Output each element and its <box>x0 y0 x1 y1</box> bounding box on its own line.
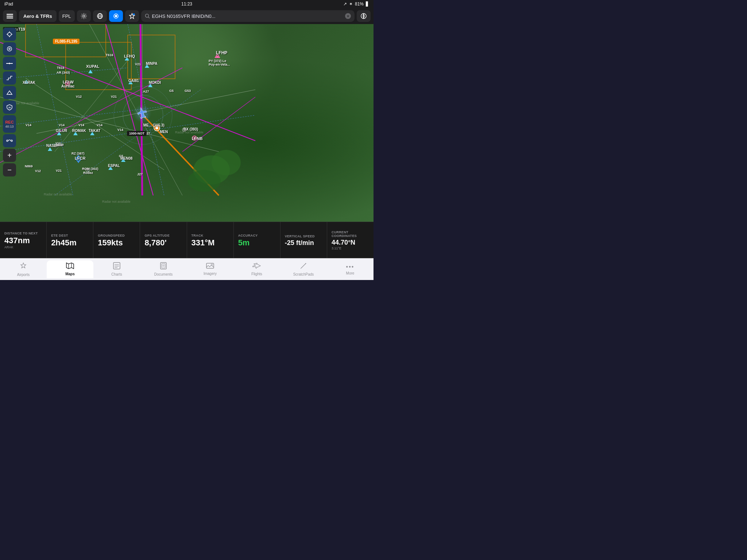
tab-documents[interactable]: Documents <box>140 260 187 279</box>
ete-dest-cell: ETE Dest 2h45m <box>47 222 93 258</box>
svg-rect-99 <box>206 263 214 268</box>
svg-rect-0 <box>7 14 13 15</box>
charts-label: Charts <box>111 272 122 276</box>
active-map-button[interactable] <box>109 10 123 22</box>
accuracy-value: 5m <box>238 239 250 247</box>
svg-marker-46 <box>73 132 78 135</box>
documents-icon <box>160 262 167 271</box>
svg-marker-44 <box>24 80 28 83</box>
tab-flights[interactable]: Flights <box>233 260 280 278</box>
svg-line-103 <box>301 268 301 269</box>
svg-point-86 <box>11 140 12 141</box>
target-button[interactable] <box>3 42 16 55</box>
battery-icon: ▋ <box>366 1 369 7</box>
gs-label: Groundspeed <box>98 234 125 237</box>
alt-label: GPS Altitude <box>144 234 170 237</box>
svg-rect-1 <box>7 16 13 17</box>
svg-marker-50 <box>108 166 113 170</box>
svg-rect-2 <box>7 18 13 19</box>
svg-line-102 <box>305 263 306 264</box>
time: 11:23 <box>181 1 192 7</box>
svg-marker-41 <box>88 70 93 73</box>
svg-point-10 <box>133 13 135 15</box>
tab-airports[interactable]: Airports <box>0 260 47 279</box>
imagery-label: Imagery <box>204 272 217 276</box>
notam-badge: 1000-NOT <box>127 131 147 136</box>
tab-more[interactable]: ••• More <box>327 261 374 277</box>
terrain-button[interactable] <box>3 86 16 99</box>
svg-line-24 <box>55 90 201 195</box>
coords-lon: 3.11°E <box>332 246 341 250</box>
svg-line-21 <box>36 24 73 195</box>
zoom-out-button[interactable]: − <box>3 163 16 176</box>
battery: 81% <box>355 1 364 7</box>
svg-rect-91 <box>113 262 120 269</box>
more-label: More <box>346 271 355 275</box>
maps-icon <box>66 262 74 271</box>
stepdown-button[interactable] <box>3 71 16 85</box>
minus-line-button[interactable] <box>3 57 16 70</box>
search-text: EGHS N0165VFR IBNID/N0... <box>152 13 343 19</box>
location-icon: ↗ <box>343 1 347 7</box>
search-clear-button[interactable]: ✕ <box>345 13 351 19</box>
svg-text:35: 35 <box>8 106 11 109</box>
coordinates-cell: Current Coordinates 44.70°N 3.11°E <box>327 222 374 258</box>
map-area[interactable]: Radar not available Radar not available … <box>0 24 374 222</box>
favorites-button[interactable] <box>125 10 139 22</box>
accuracy-label: Accuracy <box>238 234 258 237</box>
bluetooth-icon: ✶ <box>349 1 353 7</box>
crosshair-button[interactable] <box>3 28 16 41</box>
vertical-speed-cell: Vertical Speed -25 ft/min <box>280 222 327 258</box>
svg-text:Radar not available: Radar not available <box>44 192 72 196</box>
svg-point-58 <box>66 82 69 84</box>
tab-scratchpads[interactable]: ScratchPads <box>280 260 327 279</box>
svg-marker-39 <box>125 57 129 61</box>
left-toolbar: 35 REC 40:13 + − <box>3 28 16 176</box>
settings-button[interactable] <box>77 10 91 22</box>
tab-imagery[interactable]: Imagery <box>187 261 233 278</box>
route-button[interactable] <box>3 134 16 147</box>
accuracy-cell: Accuracy 5m <box>234 222 280 258</box>
svg-text:Radar not available: Radar not available <box>102 200 131 203</box>
fpl-button[interactable]: FPL <box>59 10 75 22</box>
airports-icon <box>19 262 27 272</box>
distance-to-next-cell: Distance to Next 437nm ARAK <box>0 222 47 258</box>
svg-marker-42 <box>128 81 133 84</box>
coords-label: Current Coordinates <box>332 230 369 238</box>
svg-rect-81 <box>9 63 10 64</box>
tab-charts[interactable]: Charts <box>93 260 140 279</box>
search-bar[interactable]: EGHS N0165VFR IBNID/N0... ✕ <box>141 10 355 22</box>
svg-marker-15 <box>363 16 364 18</box>
tab-bar: Airports Maps Charts <box>0 258 374 280</box>
svg-point-79 <box>9 48 10 50</box>
data-bar: Distance to Next 437nm ARAK ETE Dest 2h4… <box>0 222 374 258</box>
alt-value: 8,780' <box>144 239 166 247</box>
aero-tfrs-button[interactable]: Aero & TFRs <box>19 10 57 22</box>
globe-button[interactable] <box>93 10 107 22</box>
nav-bar: Aero & TFRs FPL EGHS N016 <box>0 8 374 24</box>
charts-icon <box>113 262 120 271</box>
layers-button[interactable] <box>3 10 17 22</box>
scratchpads-icon <box>300 262 307 271</box>
rec-button[interactable]: REC 40:13 <box>3 115 16 133</box>
zoom-in-button[interactable]: + <box>3 149 16 162</box>
svg-marker-82 <box>7 91 12 94</box>
svg-point-67 <box>212 150 241 175</box>
svg-rect-17 <box>66 42 131 90</box>
svg-point-73 <box>8 32 11 36</box>
distance-value: 437nm <box>4 237 30 245</box>
svg-line-101 <box>301 264 305 268</box>
flights-icon <box>252 262 261 271</box>
svg-rect-96 <box>162 264 165 268</box>
compass-button[interactable] <box>357 10 371 22</box>
svg-marker-87 <box>21 263 26 268</box>
distance-label: Distance to Next <box>4 232 38 235</box>
svg-line-19 <box>0 68 128 79</box>
tab-maps[interactable]: Maps <box>47 260 93 278</box>
documents-label: Documents <box>154 272 173 276</box>
svg-point-60 <box>77 158 80 160</box>
distance-sub: ARAK <box>4 245 13 249</box>
shield-button[interactable]: 35 <box>3 101 16 114</box>
track-value: 331°M <box>191 239 215 247</box>
svg-line-27 <box>0 97 219 152</box>
